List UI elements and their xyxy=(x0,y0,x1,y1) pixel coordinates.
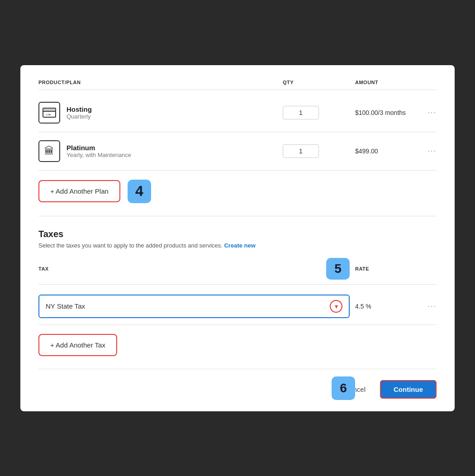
modal-container: PRODUCT/PLAN QTY AMOUNT .com Hosting Qua… xyxy=(20,65,455,411)
add-tax-section: + Add Another Tax xyxy=(38,325,437,369)
amount-cell-hosting: $100.00/3 months xyxy=(355,109,428,116)
product-sub-platinum: Yearly, with Maintenance xyxy=(66,152,131,158)
product-text-hosting: Hosting Quarterly xyxy=(66,105,92,120)
taxes-section: Taxes Select the taxes you want to apply… xyxy=(38,216,437,325)
qty-cell-hosting[interactable] xyxy=(283,106,355,119)
col-header-amount: AMOUNT xyxy=(355,80,437,85)
add-another-tax-button[interactable]: + Add Another Tax xyxy=(38,334,117,356)
add-plan-section: + Add Another Plan 4 xyxy=(38,171,437,216)
taxes-title: Taxes xyxy=(38,229,437,239)
qty-input-hosting[interactable] xyxy=(283,106,319,119)
tax-table-header: TAX 5 RATE xyxy=(38,258,437,285)
step-badge-5: 5 xyxy=(326,258,350,280)
tax-name-ny: NY State Tax xyxy=(46,302,85,310)
table-header: PRODUCT/PLAN QTY AMOUNT xyxy=(38,80,437,90)
product-name-hosting: Hosting xyxy=(66,105,92,113)
more-menu-tax-ny[interactable]: ··· xyxy=(428,302,437,310)
add-another-plan-button[interactable]: + Add Another Plan xyxy=(38,180,120,202)
more-menu-platinum[interactable]: ··· xyxy=(428,147,437,155)
product-row-hosting: .com Hosting Quarterly $100.00/3 months … xyxy=(38,94,437,132)
taxes-description: Select the taxes you want to apply to th… xyxy=(38,242,437,249)
product-sub-hosting: Quarterly xyxy=(66,113,92,120)
qty-cell-platinum[interactable] xyxy=(283,144,355,158)
col-header-tax: TAX xyxy=(38,266,326,271)
more-menu-hosting[interactable]: ··· xyxy=(428,109,437,117)
product-name-platinum: Platinum xyxy=(66,144,131,152)
bank-icon: 🏛 xyxy=(38,140,60,162)
tax-dropdown-ny[interactable]: NY State Tax ▾ xyxy=(38,295,350,318)
tax-dropdown-arrow[interactable]: ▾ xyxy=(330,300,342,313)
svg-text:.com: .com xyxy=(44,113,51,116)
qty-input-platinum[interactable] xyxy=(283,144,319,158)
col-header-product: PRODUCT/PLAN xyxy=(38,80,283,85)
tax-row-ny: NY State Tax ▾ 4.5 % ··· xyxy=(38,288,437,325)
product-text-platinum: Platinum Yearly, with Maintenance xyxy=(66,144,131,158)
create-new-link[interactable]: Create new xyxy=(224,242,255,249)
col-header-rate: RATE xyxy=(355,266,437,271)
amount-cell-platinum: $499.00 xyxy=(355,148,428,155)
hosting-icon: .com xyxy=(38,102,60,124)
product-info-hosting: .com Hosting Quarterly xyxy=(38,102,283,124)
col-header-qty: QTY xyxy=(283,80,355,85)
continue-button[interactable]: Continue xyxy=(380,380,437,399)
tax-rate-ny: 4.5 % xyxy=(355,303,428,310)
product-info-platinum: 🏛 Platinum Yearly, with Maintenance xyxy=(38,140,283,162)
step-badge-6: 6 xyxy=(332,376,355,400)
footer: 6 Cancel Continue xyxy=(38,369,437,399)
step-badge-4: 4 xyxy=(128,180,151,203)
svg-rect-1 xyxy=(43,108,56,111)
product-row-platinum: 🏛 Platinum Yearly, with Maintenance $499… xyxy=(38,132,437,171)
